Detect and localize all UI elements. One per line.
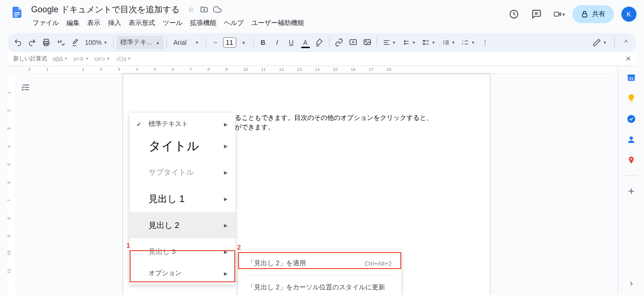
menu-view[interactable]: 表示 — [84, 17, 104, 29]
bold-button[interactable]: B — [256, 36, 270, 49]
more-button[interactable]: ⋮ — [479, 36, 492, 49]
svg-point-13 — [365, 41, 366, 42]
tasks-icon[interactable] — [626, 113, 637, 125]
style-heading3[interactable]: 見出し 3 ▶ — [130, 238, 235, 265]
docs-logo[interactable] — [8, 3, 26, 22]
svg-point-39 — [627, 115, 635, 123]
eq-relations[interactable]: ≤≠⊃ ▼ — [94, 56, 110, 62]
text-color-button[interactable]: A — [299, 36, 312, 49]
line-spacing-button[interactable]: ▼ — [400, 36, 419, 49]
paint-format-button[interactable] — [68, 36, 81, 49]
menu-help[interactable]: ヘルプ — [221, 17, 247, 29]
eq-operators[interactable]: x÷∓ ▼ — [74, 56, 89, 62]
image-button[interactable] — [361, 36, 374, 49]
highlight-button[interactable] — [313, 36, 326, 49]
chevron-right-icon: ▶ — [224, 143, 228, 149]
font-size-input[interactable] — [223, 37, 236, 48]
apply-heading2[interactable]: 「見出し 2」を適用 Ctrl+Alt+2 — [238, 253, 401, 273]
menu-extensions[interactable]: 拡張機能 — [187, 17, 220, 29]
editing-mode-button[interactable]: ▼ — [590, 36, 610, 49]
hide-panel-icon[interactable] — [626, 278, 637, 289]
update-heading2-style[interactable]: 「見出し 2」をカーソル位置のスタイルに更新 — [238, 278, 401, 295]
calendar-icon[interactable]: 31 — [626, 72, 637, 83]
history-icon[interactable] — [504, 5, 523, 24]
separator — [166, 38, 167, 47]
underline-button[interactable]: U — [285, 36, 298, 49]
header-actions: ▾ 共有 K — [504, 5, 636, 24]
svg-text:2: 2 — [462, 43, 464, 45]
share-button[interactable]: 共有 — [572, 5, 614, 23]
style-options[interactable]: オプション ▶ — [130, 265, 235, 282]
style-subtitle[interactable]: サブタイトル ▶ — [130, 159, 235, 185]
chevron-right-icon: ▶ — [224, 122, 228, 127]
add-addon-icon[interactable] — [626, 185, 637, 197]
vertical-ruler[interactable]: 1234567891011 — [8, 74, 15, 295]
doc-text: ることもできます。目次のその他のオプションをクリックすると、 ができます。 — [235, 113, 433, 132]
italic-button[interactable]: I — [271, 36, 284, 49]
numbered-list-button[interactable]: 12▼ — [459, 36, 478, 49]
separator — [614, 38, 615, 47]
svg-point-34 — [23, 87, 24, 88]
heading2-submenu: 「見出し 2」を適用 Ctrl+Alt+2 「見出し 2」をカーソル位置のスタイ… — [238, 251, 401, 295]
menu-file[interactable]: ファイル — [29, 17, 62, 29]
eq-greek[interactable]: αβΔ ▼ — [53, 56, 68, 62]
separator — [244, 275, 396, 276]
share-label: 共有 — [592, 10, 605, 18]
styles-dropdown[interactable]: 標準テキ...▲ — [116, 36, 164, 49]
print-button[interactable] — [40, 36, 53, 49]
undo-button[interactable] — [11, 36, 25, 49]
checklist-button[interactable]: ▼ — [420, 36, 438, 49]
annotation-2: 2 — [237, 244, 241, 251]
move-icon[interactable] — [199, 5, 209, 14]
keep-icon[interactable] — [626, 93, 637, 104]
maps-icon[interactable] — [626, 155, 637, 166]
font-dropdown[interactable]: Arial▼ — [170, 36, 203, 49]
menu-format[interactable]: 表示形式 — [125, 17, 158, 29]
close-icon[interactable]: × — [626, 54, 631, 64]
comment-icon[interactable] — [527, 5, 546, 24]
link-button[interactable] — [332, 36, 346, 49]
separator — [329, 38, 330, 47]
style-heading2[interactable]: 見出し 2 ▶ — [130, 212, 235, 238]
equation-label[interactable]: 新しい計算式 — [13, 55, 47, 63]
svg-text:31: 31 — [629, 76, 634, 81]
svg-rect-6 — [554, 12, 559, 17]
menu-tools[interactable]: ツール — [159, 17, 186, 29]
svg-point-41 — [630, 158, 632, 160]
bullet-list-button[interactable]: ▼ — [439, 36, 458, 49]
style-normal[interactable]: ✓ 標準テキスト ▶ — [130, 116, 235, 133]
menu-edit[interactable]: 編集 — [63, 17, 83, 29]
redo-button[interactable] — [25, 36, 39, 49]
equation-toolbar: 新しい計算式 αβΔ ▼ x÷∓ ▼ ≤≠⊃ ▼ √⟨⟩x ▼ × — [8, 52, 636, 66]
menu-insert[interactable]: 挿入 — [105, 17, 124, 29]
style-heading1[interactable]: 見出し 1 ▶ — [130, 185, 235, 212]
collapse-button[interactable]: ^ — [619, 36, 633, 49]
svg-point-40 — [629, 136, 633, 140]
separator — [206, 38, 206, 47]
zoom-dropdown[interactable]: 100%▼ — [82, 36, 110, 49]
svg-rect-2 — [14, 16, 17, 17]
add-comment-button[interactable] — [347, 36, 360, 49]
doc-title[interactable]: Google ドキュメントで目次を追加する — [28, 3, 182, 16]
horizontal-ruler[interactable]: 21123456789101112131415161718 — [28, 66, 615, 74]
svg-rect-1 — [14, 14, 20, 15]
cloud-icon[interactable] — [213, 5, 222, 14]
spellcheck-button[interactable] — [54, 36, 67, 49]
align-button[interactable]: ▼ — [380, 36, 399, 49]
menu-accessibility[interactable]: ユーザー補助機能 — [248, 17, 307, 29]
chevron-right-icon: ▶ — [224, 170, 228, 175]
meet-icon[interactable]: ▾ — [550, 5, 569, 24]
svg-point-22 — [443, 42, 444, 43]
contacts-icon[interactable] — [626, 134, 637, 145]
styles-menu: ✓ 標準テキスト ▶ タイトル ▶ サブタイトル ▶ 見出し 1 ▶ 見出し 2… — [130, 113, 235, 285]
workspace: 21123456789101112131415161718 1234567891… — [0, 66, 644, 295]
outline-icon[interactable] — [19, 80, 33, 94]
style-title[interactable]: タイトル ▶ — [130, 133, 235, 159]
star-icon[interactable]: ☆ — [186, 5, 196, 14]
avatar[interactable]: K — [621, 7, 636, 22]
decrease-font-button[interactable]: − — [209, 36, 222, 49]
chevron-right-icon: ▶ — [224, 271, 228, 276]
eq-math[interactable]: √⟨⟩x ▼ — [116, 56, 131, 62]
increase-font-button[interactable]: + — [237, 36, 250, 49]
chevron-right-icon: ▶ — [224, 249, 228, 254]
